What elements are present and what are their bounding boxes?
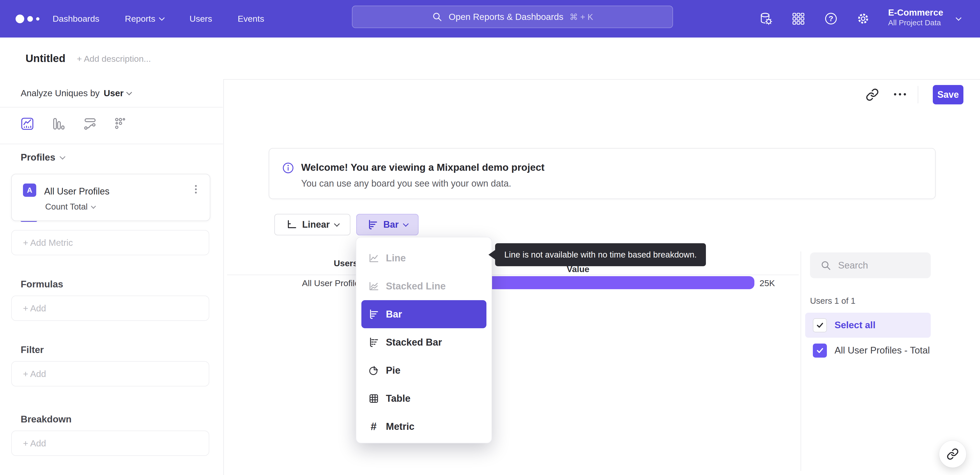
add-filter-button[interactable]: + Add: [11, 361, 209, 386]
copy-link-icon[interactable]: [865, 88, 879, 101]
stacked-bar-chart-icon: [368, 337, 379, 348]
settings-gear-icon[interactable]: [856, 11, 870, 26]
select-all-checkbox[interactable]: [813, 318, 827, 332]
add-description[interactable]: + Add description...: [77, 54, 151, 64]
chevron-down-icon: [59, 154, 65, 160]
menu-item-metric[interactable]: # Metric: [356, 413, 492, 440]
metric-hash-icon: #: [368, 420, 379, 433]
add-breakdown-button[interactable]: + Add: [11, 430, 209, 456]
chevron-down-icon: [403, 221, 409, 227]
search-placeholder: Open Reports & Dashboards: [449, 12, 563, 22]
report-title-bar: Untitled + Add description... Save: [0, 38, 980, 80]
search-icon: [432, 11, 442, 22]
menu-item-table[interactable]: Table: [356, 384, 492, 413]
apps-grid-icon[interactable]: [791, 11, 805, 26]
profiles-section-header[interactable]: Profiles: [21, 148, 65, 166]
legend-search-input[interactable]: [838, 260, 920, 271]
search-icon: [820, 260, 832, 271]
more-options-button[interactable]: [893, 93, 907, 96]
analyze-uniques-label: Analyze Uniques by: [21, 88, 100, 98]
menu-item-bar[interactable]: Bar: [361, 300, 487, 328]
top-nav: Dashboards Reports Users Events Open Rep…: [0, 0, 980, 38]
add-formula-button[interactable]: + Add: [11, 296, 209, 321]
report-title[interactable]: Untitled: [25, 52, 65, 65]
legend-count: Users 1 of 1: [810, 296, 856, 306]
bar-chart-icon: [367, 219, 378, 230]
mixpanel-app: Dashboards Reports Users Events Open Rep…: [0, 0, 980, 475]
mixpanel-logo-icon[interactable]: [15, 14, 43, 24]
project-chevron-icon: [956, 15, 962, 21]
pie-chart-icon: [368, 365, 379, 376]
global-search[interactable]: Open Reports & Dashboards ⌘ + K: [352, 6, 673, 28]
menu-item-line[interactable]: Line: [356, 244, 492, 272]
legend-panel-divider: [800, 252, 801, 471]
metric-aggregation-dropdown[interactable]: Count Total: [45, 202, 95, 212]
project-switcher[interactable]: E-Commerce All Project Data: [888, 7, 943, 27]
chart-bar-value: 25K: [759, 278, 775, 288]
analyze-entity-dropdown[interactable]: User: [103, 88, 131, 98]
linear-scale-icon: [286, 219, 297, 230]
select-all-row[interactable]: Select all: [805, 312, 931, 338]
menu-item-pie[interactable]: Pie: [356, 356, 492, 384]
demo-banner: Welcome! You are viewing a Mixpanel demo…: [269, 148, 935, 199]
legend-search: [810, 252, 931, 278]
breakdown-label: Breakdown: [21, 414, 72, 425]
nav-users[interactable]: Users: [189, 14, 212, 24]
filter-label: Filter: [21, 344, 44, 355]
chart-type-dropdown: Line Stacked Line Bar: [356, 237, 492, 443]
share-link-button[interactable]: [939, 440, 966, 468]
chevron-down-icon: [91, 204, 96, 209]
data-management-icon[interactable]: [759, 11, 773, 26]
disabled-option-tooltip: Line is not available with no time based…: [495, 243, 706, 266]
table-icon: [368, 393, 379, 404]
tab-flows[interactable]: [82, 116, 97, 131]
project-scope: All Project Data: [888, 18, 943, 27]
help-icon[interactable]: ?: [824, 11, 838, 26]
metric-name[interactable]: All User Profiles: [44, 186, 110, 197]
tab-funnels[interactable]: [50, 116, 65, 131]
metric-kebab-menu[interactable]: [193, 182, 198, 196]
titlebar-divider: [918, 86, 918, 104]
nav-reports[interactable]: Reports: [125, 14, 164, 24]
project-name: E-Commerce: [888, 7, 943, 18]
bar-chart-icon: [368, 309, 379, 320]
query-builder-sidebar: Analyze Uniques by User: [0, 79, 224, 475]
formulas-label: Formulas: [21, 279, 63, 290]
banner-title: Welcome! You are viewing a Mixpanel demo…: [301, 162, 545, 173]
table-header-divider: [227, 275, 799, 275]
tab-insights[interactable]: [20, 116, 35, 131]
series-checkbox-checked[interactable]: [813, 344, 827, 358]
menu-item-stacked-bar[interactable]: Stacked Bar: [356, 328, 492, 356]
search-shortcut: ⌘ + K: [570, 12, 593, 22]
stacked-line-chart-icon: [368, 281, 379, 292]
nav-events[interactable]: Events: [238, 14, 264, 24]
metric-letter-badge: A: [23, 183, 36, 197]
metric-card[interactable]: A All User Profiles Count Total: [11, 174, 210, 221]
info-icon: [282, 162, 294, 174]
link-icon: [947, 448, 959, 460]
add-metric-button[interactable]: + Add Metric: [11, 230, 209, 255]
nav-dashboards[interactable]: Dashboards: [52, 14, 99, 24]
menu-item-stacked-line[interactable]: Stacked Line: [356, 272, 492, 300]
scale-selector-button[interactable]: Linear: [274, 214, 350, 235]
legend-series-row[interactable]: All User Profiles - Total: [805, 341, 931, 359]
chevron-down-icon: [126, 89, 132, 95]
chevron-down-icon: [159, 15, 165, 21]
chevron-down-icon: [334, 221, 340, 227]
line-chart-icon: [368, 252, 379, 264]
save-button[interactable]: Save: [933, 85, 963, 104]
banner-subtitle: You can use any board you see with your …: [301, 178, 511, 189]
chart-type-button[interactable]: Bar: [356, 214, 418, 235]
tab-retention[interactable]: [113, 116, 128, 131]
